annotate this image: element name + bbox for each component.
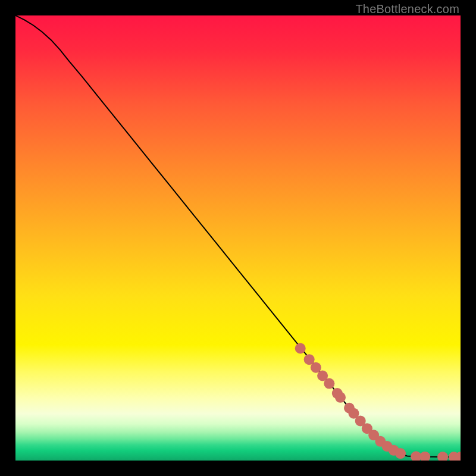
data-point — [395, 448, 406, 459]
data-point — [295, 343, 306, 354]
data-point — [335, 392, 346, 403]
data-point — [324, 378, 334, 389]
watermark-label: TheBottleneck.com — [355, 2, 459, 16]
chart-frame — [15, 15, 461, 461]
chart-plot — [15, 15, 461, 461]
gradient-background — [15, 15, 461, 461]
data-point — [311, 362, 321, 373]
